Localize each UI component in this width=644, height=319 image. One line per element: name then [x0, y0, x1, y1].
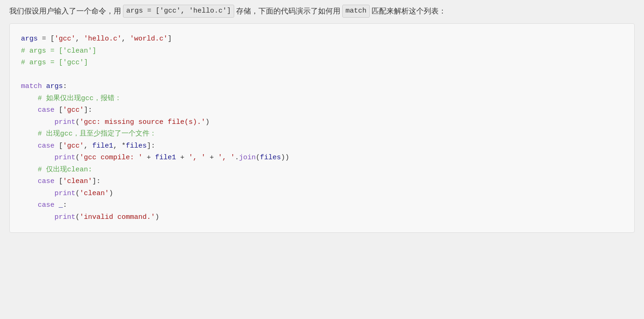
- keyword-join: join: [239, 154, 256, 162]
- keyword-print2: print: [54, 154, 75, 162]
- code-line-print2: print('gcc compile: ' + file1 + ', ' + '…: [21, 152, 623, 164]
- str-clean-val: 'clean': [80, 190, 109, 197]
- keyword-case3: case: [38, 177, 54, 185]
- code-line-comment1: # 如果仅出现gcc，报错：: [21, 93, 623, 105]
- op-eq: = [: [38, 35, 54, 43]
- var-args: args: [21, 35, 38, 43]
- code-line-print4: print('invalid command.'): [21, 211, 623, 224]
- keyword-case2: case: [38, 142, 54, 150]
- var-files: files: [126, 142, 147, 150]
- intro-code2: match: [342, 5, 370, 18]
- code-line-comment2: # 出现gcc，且至少指定了一个文件：: [21, 128, 623, 140]
- code-line-3: # args = ['gcc']: [21, 57, 623, 69]
- var-files-ref: files: [260, 154, 281, 162]
- str-comma1: ', ': [189, 154, 205, 162]
- code-line-2: # args = ['clean']: [21, 45, 623, 57]
- str-invalid: 'invalid command.': [80, 213, 155, 221]
- comment-cn-2: # 出现gcc，且至少指定了一个文件：: [38, 130, 156, 138]
- comment-gcc-only: # args = ['gcc']: [21, 59, 88, 67]
- str-case2-gcc: 'gcc': [63, 142, 84, 150]
- code-line-comment3: # 仅出现clean:: [21, 164, 623, 176]
- keyword-case4: case: [38, 201, 54, 209]
- keyword-print1: print: [54, 118, 75, 126]
- var-file1-ref: file1: [155, 154, 176, 162]
- var-file1: file1: [92, 142, 113, 150]
- str-print1: 'gcc: missing source file(s).': [80, 118, 205, 126]
- str-clean: 'clean': [63, 177, 92, 185]
- code-line-case4: case _:: [21, 199, 623, 211]
- keyword-print4: print: [54, 213, 75, 221]
- intro-part1: 我们假设用户输入了一个命令，用: [9, 5, 121, 17]
- comment-cn-1: # 如果仅出现gcc，报错：: [38, 95, 122, 102]
- comment-cn-3: # 仅出现clean:: [38, 166, 92, 174]
- code-line-1: args = ['gcc', 'hello.c', 'world.c']: [21, 33, 623, 45]
- code-line-print3: print('clean'): [21, 188, 623, 200]
- str-gcc-compile: 'gcc compile: ': [80, 154, 142, 162]
- keyword-print3: print: [54, 190, 75, 197]
- var-wildcard: _: [59, 201, 63, 209]
- keyword-case1: case: [38, 106, 54, 114]
- str-hello: 'hello.c': [84, 35, 122, 43]
- code-block: args = ['gcc', 'hello.c', 'world.c'] # a…: [9, 23, 635, 233]
- intro-code1: args = ['gcc', 'hello.c']: [123, 5, 234, 18]
- code-line-print1: print('gcc: missing source file(s).'): [21, 116, 623, 129]
- blank-line-1: [21, 69, 623, 81]
- intro-part2: 存储，下面的代码演示了如何用: [236, 5, 340, 17]
- code-line-match: match args:: [21, 81, 623, 93]
- page-container: 我们假设用户输入了一个命令，用 args = ['gcc', 'hello.c'…: [0, 0, 644, 242]
- intro-part3: 匹配来解析这个列表：: [372, 5, 446, 17]
- code-line-case2: case ['gcc', file1, *files]:: [21, 140, 623, 152]
- str-comma2: ', ': [218, 154, 235, 162]
- str-gcc: 'gcc': [54, 35, 75, 43]
- code-line-case1: case ['gcc']:: [21, 104, 623, 116]
- str-case-gcc: 'gcc': [63, 106, 84, 114]
- keyword-match: match: [21, 82, 42, 90]
- comment-clean: # args = ['clean']: [21, 47, 96, 55]
- code-line-case3: case ['clean']:: [21, 176, 623, 188]
- intro-text: 我们假设用户输入了一个命令，用 args = ['gcc', 'hello.c'…: [9, 5, 635, 18]
- var-args-match: args: [46, 82, 63, 90]
- str-world: 'world.c': [130, 35, 168, 43]
